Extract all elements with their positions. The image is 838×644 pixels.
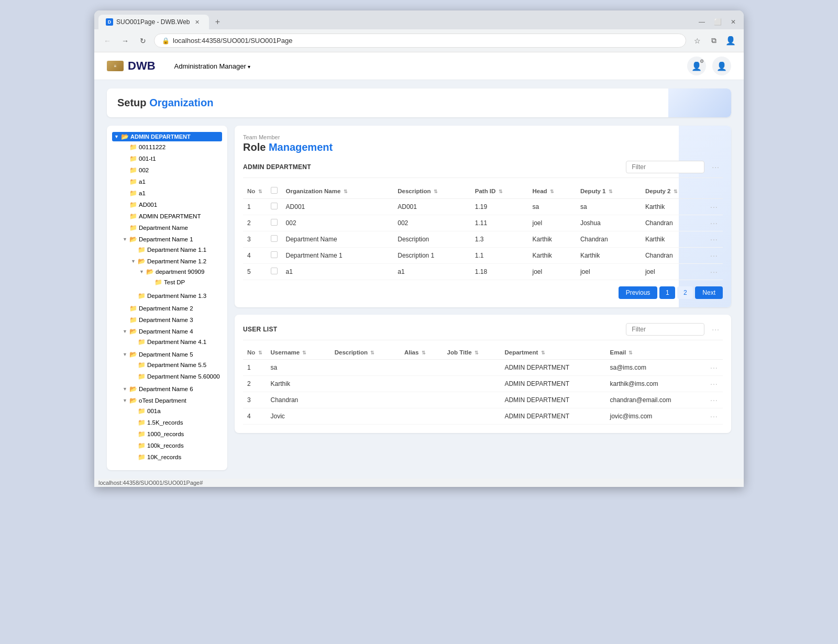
admin-menu[interactable]: Administration Manager ▾	[174, 62, 251, 70]
tree-node-row-1-5k[interactable]: ▶ 📁 1.5K_records	[129, 418, 222, 427]
user-row-more-icon[interactable]: ···	[710, 380, 718, 388]
tree-node-dept5[interactable]: ▼ 📂 Department Name 5 ▶ 📁	[120, 349, 222, 383]
tree-node-10k[interactable]: ▶ 📁 10K_records	[129, 451, 222, 463]
tree-node-dept4-1[interactable]: ▶ 📁 Department Name 4.1	[129, 336, 222, 348]
tree-node-row-dept5-60000[interactable]: ▶ 📁 Department Name 5.60000	[129, 372, 222, 381]
tree-node-row-dept2[interactable]: ▶ 📁 Department Name 2	[120, 304, 222, 313]
row-more-icon[interactable]: ···	[710, 219, 718, 227]
tree-node-row-dept-name[interactable]: ▶ 📁 Department Name	[120, 223, 222, 232]
tree-node-row-00111222[interactable]: ▶ 📁 00111222	[120, 142, 222, 152]
maximize-button[interactable]: ⬜	[711, 16, 724, 28]
tree-node-row-10k[interactable]: ▶ 📁 10K_records	[129, 452, 222, 462]
account-icon[interactable]: 👤	[724, 34, 737, 48]
tree-node-row-dept5-5[interactable]: ▶ 📁 Department Name 5.5	[129, 360, 222, 370]
tree-node-100k[interactable]: ▶ 📁 100k_records	[129, 440, 222, 451]
cell-row-actions[interactable]: ···	[706, 215, 723, 231]
page-2-button[interactable]: 2	[677, 286, 693, 299]
tree-node-dept2[interactable]: ▶ 📁 Department Name 2	[120, 303, 222, 314]
tree-node-row-1000[interactable]: ▶ 📁 1000_records	[129, 429, 222, 439]
tree-node-00111222[interactable]: ▶ 📁 00111222	[120, 141, 222, 153]
close-window-button[interactable]: ✕	[727, 16, 740, 28]
user-cell-actions[interactable]: ···	[706, 408, 723, 425]
user-filter-input[interactable]	[626, 323, 704, 336]
row-checkbox[interactable]	[271, 251, 278, 258]
tree-node-row-dept6[interactable]: ▼ 📂 Department Name 6	[120, 384, 222, 394]
row-checkbox[interactable]	[271, 268, 278, 274]
settings-icon-btn[interactable]: 👤 ⚙	[687, 57, 706, 75]
tree-node-001a[interactable]: ▶ 📁 001a	[129, 405, 222, 417]
new-tab-button[interactable]: +	[211, 15, 225, 29]
tree-node-row-dept5[interactable]: ▼ 📂 Department Name 5	[120, 350, 222, 359]
user-more-btn[interactable]: ···	[709, 324, 723, 335]
header-checkbox[interactable]	[271, 187, 278, 194]
cell-checkbox[interactable]	[267, 215, 282, 231]
tree-node-row-dept90909[interactable]: ▼ 📂 department 90909	[137, 267, 222, 276]
tree-node-row-dept1-3[interactable]: ▶ 📁 Department Name 1.3	[129, 291, 222, 301]
active-tab[interactable]: D SUO001Page - DWB.Web ✕	[98, 15, 209, 29]
row-more-icon[interactable]: ···	[710, 251, 718, 260]
forward-button[interactable]: →	[118, 34, 132, 48]
page-1-button[interactable]: 1	[659, 286, 675, 299]
tree-node-row-dept4[interactable]: ▼ 📂 Department Name 4	[120, 327, 222, 336]
tree-node-row-dept1-1[interactable]: ▶ 📁 Department Name 1.1	[129, 245, 222, 254]
tree-node-row-dept3[interactable]: ▶ 📁 Department Name 3	[120, 315, 222, 325]
tree-node-dept1-1[interactable]: ▶ 📁 Department Name 1.1	[129, 244, 222, 256]
tree-node-testdp[interactable]: ▶ 📁 Test DP	[146, 276, 222, 288]
toggle-dept6[interactable]: ▼	[123, 386, 128, 392]
cell-checkbox[interactable]	[267, 199, 282, 215]
tree-node-row-otest[interactable]: ▼ 📂 oTest Department	[120, 396, 222, 405]
user-cell-actions[interactable]: ···	[706, 360, 723, 376]
tree-node-dept-name[interactable]: ▶ 📁 Department Name	[120, 222, 222, 234]
tree-node-a1-2[interactable]: ▶ 📁 a1	[120, 187, 222, 199]
tree-node-1-5k[interactable]: ▶ 📁 1.5K_records	[129, 417, 222, 428]
tree-node-row-dept1[interactable]: ▼ 📂 Department Name 1	[120, 235, 222, 244]
tab-close-btn[interactable]: ✕	[193, 18, 202, 26]
sidebar-icon[interactable]: ⧉	[707, 34, 721, 48]
tree-node-otest[interactable]: ▼ 📂 oTest Department ▶ 📁	[120, 395, 222, 464]
role-filter-input[interactable]	[626, 161, 704, 173]
tree-node-root[interactable]: ▼ 📂 ADMIN DEPARTMENT ▶ 📁 00111222	[112, 131, 222, 465]
toggle-dept1[interactable]: ▼	[123, 237, 128, 242]
tree-node-row-002[interactable]: ▶ 📁 002	[120, 165, 222, 175]
row-more-icon[interactable]: ···	[710, 235, 718, 243]
cell-checkbox[interactable]	[267, 248, 282, 264]
prev-button[interactable]: Previous	[619, 286, 658, 299]
tree-node-row-dept1-2[interactable]: ▼ 📂 Department Name 1.2	[129, 257, 222, 266]
refresh-button[interactable]: ↻	[136, 34, 150, 48]
tree-node-row-dept4-1[interactable]: ▶ 📁 Department Name 4.1	[129, 337, 222, 347]
bookmark-icon[interactable]: ☆	[690, 34, 704, 48]
user-row-more-icon[interactable]: ···	[710, 396, 718, 404]
row-checkbox[interactable]	[271, 219, 278, 226]
tree-node-dept90909[interactable]: ▼ 📂 department 90909	[137, 266, 222, 289]
tree-node-dept1-3[interactable]: ▶ 📁 Department Name 1.3	[129, 290, 222, 302]
toggle-dept1-2[interactable]: ▼	[131, 259, 136, 264]
toggle-dept5[interactable]: ▼	[123, 352, 128, 357]
user-icon-btn[interactable]: 👤	[712, 57, 731, 75]
user-row-more-icon[interactable]: ···	[710, 363, 718, 372]
tree-node-1000[interactable]: ▶ 📁 1000_records	[129, 428, 222, 440]
row-more-icon[interactable]: ···	[710, 203, 718, 211]
tree-node-a1-1[interactable]: ▶ 📁 a1	[120, 176, 222, 187]
row-checkbox[interactable]	[271, 235, 278, 242]
tree-node-dept5-5[interactable]: ▶ 📁 Department Name 5.5	[129, 359, 222, 371]
tree-node-row-ad001[interactable]: ▶ 📁 AD001	[120, 200, 222, 209]
toggle-dept4[interactable]: ▼	[123, 329, 128, 334]
tree-node-dept1[interactable]: ▼ 📂 Department Name 1 ▶ 📁	[120, 234, 222, 303]
tree-node-row-001a[interactable]: ▶ 📁 001a	[129, 406, 222, 416]
cell-row-actions[interactable]: ···	[706, 199, 723, 215]
toggle-otest[interactable]: ▼	[123, 398, 128, 403]
user-cell-actions[interactable]: ···	[706, 392, 723, 408]
tree-node-001t1[interactable]: ▶ 📁 001-t1	[120, 153, 222, 164]
next-button[interactable]: Next	[695, 286, 723, 299]
tree-node-dept5-60000[interactable]: ▶ 📁 Department Name 5.60000	[129, 371, 222, 382]
tree-node-row-admin-dept-sub[interactable]: ▶ 📁 ADMIN DEPARTMENT	[120, 212, 222, 221]
tree-node-002[interactable]: ▶ 📁 002	[120, 164, 222, 176]
cell-row-actions[interactable]: ···	[706, 231, 723, 248]
tree-node-row-admin-dept[interactable]: ▼ 📂 ADMIN DEPARTMENT	[112, 132, 222, 141]
tree-node-row-a1-2[interactable]: ▶ 📁 a1	[120, 188, 222, 198]
cell-checkbox[interactable]	[267, 231, 282, 248]
tree-node-row-100k[interactable]: ▶ 📁 100k_records	[129, 441, 222, 450]
cell-row-actions[interactable]: ···	[706, 248, 723, 264]
tree-node-dept3[interactable]: ▶ 📁 Department Name 3	[120, 314, 222, 326]
back-button[interactable]: ←	[101, 34, 114, 48]
